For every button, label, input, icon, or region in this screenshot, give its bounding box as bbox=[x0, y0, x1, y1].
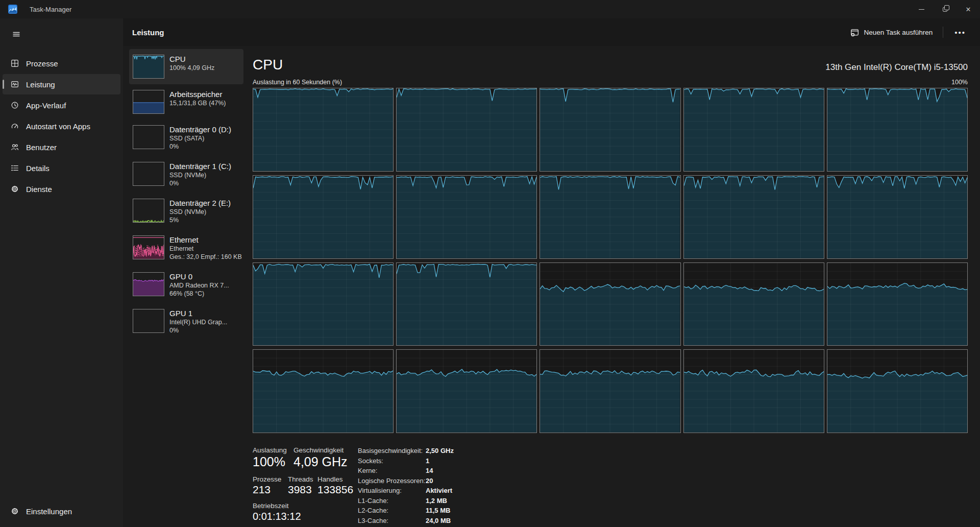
perf-item-detail: Ethernet bbox=[169, 245, 239, 253]
perf-item-disk0[interactable]: Datenträger 0 (D:)SSD (SATA)0% bbox=[129, 119, 243, 156]
content-area: Leistung Neuen Task ausführen ••• bbox=[123, 18, 980, 527]
app-title: Task-Manager bbox=[30, 6, 71, 13]
detail-l3-cache-label: L3-Cache: bbox=[358, 516, 426, 526]
perf-item-ethernet[interactable]: EthernetEthernetGes.: 32,0 Empf.: 160 KB bbox=[129, 230, 243, 267]
stat-threads-value: 3983 bbox=[288, 484, 317, 496]
perf-item-detail: 15,1/31,8 GB (47%) bbox=[169, 99, 226, 107]
sidebar-item-prozesse[interactable]: Prozesse bbox=[3, 53, 120, 74]
sidebar-item-leistung[interactable]: Leistung bbox=[3, 74, 120, 94]
perf-item-thumbnail-graph bbox=[133, 199, 164, 223]
hamburger-icon bbox=[12, 30, 20, 38]
more-options-button[interactable]: ••• bbox=[948, 25, 972, 40]
restore-icon bbox=[943, 7, 947, 12]
sidebar-item-autostart-von-apps[interactable]: Autostart von Apps bbox=[3, 116, 120, 136]
stat-betriebszeit-value: 0:01:13:12 bbox=[253, 511, 348, 522]
detail-logische-prozessoren-value: 20 bbox=[426, 476, 454, 486]
header-divider bbox=[943, 27, 943, 38]
sidebar-item-details[interactable]: Details bbox=[3, 158, 120, 178]
perf-item-gpu0[interactable]: GPU 0AMD Radeon RX 7...66% (58 °C) bbox=[129, 267, 243, 303]
sidebar-item-label: Prozesse bbox=[26, 59, 58, 68]
detail-virtualisierung-value: Aktiviert bbox=[426, 486, 454, 496]
perf-item-detail: 0% bbox=[169, 326, 227, 334]
users-icon bbox=[11, 143, 19, 151]
cpu-model-name: 13th Gen Intel(R) Core(TM) i5-13500 bbox=[825, 62, 968, 73]
detail-virtualisierung-label: Virtualisierung: bbox=[358, 486, 426, 496]
perf-item-thumbnail-graph bbox=[133, 162, 164, 186]
performance-page: CPU100% 4,09 GHzArbeitsspeicher15,1/31,8… bbox=[123, 46, 980, 527]
startup-icon bbox=[11, 122, 19, 130]
perf-item-cpu[interactable]: CPU100% 4,09 GHz bbox=[129, 49, 243, 84]
cpu-core-graph-16 bbox=[253, 349, 394, 433]
perf-item-thumbnail-graph bbox=[133, 272, 164, 296]
detail-l3-cache-value: 24,0 MB bbox=[426, 516, 454, 526]
cpu-core-graph-14 bbox=[683, 262, 824, 346]
minimize-button[interactable] bbox=[910, 0, 933, 18]
stat-prozesse-label: Prozesse bbox=[253, 475, 288, 483]
cpu-panel-title: CPU bbox=[253, 57, 283, 73]
settings-icon bbox=[11, 507, 19, 515]
close-button[interactable]: ✕ bbox=[957, 0, 980, 18]
perf-item-detail: SSD (NVMe) bbox=[169, 208, 231, 216]
sidebar-item-label: Dienste bbox=[26, 185, 52, 194]
perf-item-title: Ethernet bbox=[169, 235, 239, 245]
run-new-task-label: Neuen Task ausführen bbox=[864, 29, 933, 36]
perf-item-detail: 0% bbox=[169, 142, 231, 151]
detail-kerne-label: Kerne: bbox=[358, 466, 426, 476]
stat-auslastung-value: 100% bbox=[253, 454, 293, 469]
sidebar-item-dienste[interactable]: Dienste bbox=[3, 179, 120, 199]
sidebar-item-label: App-Verlauf bbox=[26, 101, 66, 110]
perf-item-detail: Ges.: 32,0 Empf.: 160 KB bbox=[169, 253, 239, 261]
detail-l2-cache-value: 11,5 MB bbox=[426, 506, 454, 516]
stat-auslastung-label: Auslastung bbox=[253, 446, 293, 454]
sidebar-item-label: Details bbox=[26, 164, 50, 173]
run-new-task-button[interactable]: Neuen Task ausführen bbox=[845, 25, 938, 40]
sidebar-item-label: Autostart von Apps bbox=[26, 122, 90, 131]
perf-item-detail: 100% 4,09 GHz bbox=[169, 64, 214, 72]
cpu-core-graph-20 bbox=[827, 349, 968, 433]
cpu-core-graph-15 bbox=[827, 262, 968, 346]
cpu-core-graph-grid[interactable] bbox=[253, 88, 968, 433]
cpu-core-graph-13 bbox=[540, 262, 680, 346]
cpu-core-graph-7 bbox=[396, 175, 537, 259]
services-icon bbox=[11, 185, 19, 193]
titlebar: Task-Manager ✕ bbox=[0, 0, 980, 18]
detail-sockets-label: Sockets: bbox=[358, 457, 426, 466]
stat-auslastung: Auslastung100% bbox=[253, 446, 293, 469]
perf-item-title: Arbeitsspeicher bbox=[169, 90, 226, 99]
stat-prozesse: Prozesse213 bbox=[253, 475, 288, 496]
ellipsis-icon: ••• bbox=[954, 28, 966, 37]
perf-item-detail: SSD (NVMe) bbox=[169, 171, 231, 179]
perf-item-memory[interactable]: Arbeitsspeicher15,1/31,8 GB (47%) bbox=[129, 84, 243, 119]
detail-sockets-value: 1 bbox=[426, 457, 454, 466]
perf-item-title: Datenträger 0 (D:) bbox=[169, 125, 231, 134]
cpu-core-graph-18 bbox=[540, 349, 680, 433]
detail-logische-prozessoren-label: Logische Prozessoren: bbox=[358, 476, 426, 486]
window-controls: ✕ bbox=[910, 0, 980, 18]
perf-item-gpu1[interactable]: GPU 1Intel(R) UHD Grap...0% bbox=[129, 303, 243, 340]
detail-l1-cache-label: L1-Cache: bbox=[358, 496, 426, 506]
page-title: Leistung bbox=[132, 28, 164, 37]
perf-item-title: GPU 1 bbox=[169, 309, 227, 318]
cpu-core-graph-8 bbox=[540, 175, 680, 259]
cpu-core-graph-12 bbox=[396, 262, 537, 346]
graph-axis-label: Auslastung in 60 Sekunden (%) bbox=[253, 79, 342, 86]
minimize-icon bbox=[919, 9, 924, 10]
sidebar-item-app-verlauf[interactable]: App-Verlauf bbox=[3, 95, 120, 115]
stat-betriebszeit: Betriebszeit0:01:13:12 bbox=[253, 502, 348, 522]
sidebar-item-einstellungen[interactable]: Einstellungen bbox=[3, 501, 120, 521]
perf-item-detail: SSD (SATA) bbox=[169, 134, 231, 142]
cpu-panel: CPU 13th Gen Intel(R) Core(TM) i5-13500 … bbox=[243, 49, 968, 527]
cpu-core-graph-6 bbox=[253, 175, 394, 259]
sidebar-item-benutzer[interactable]: Benutzer bbox=[3, 137, 120, 157]
task-manager-window: Task-Manager ✕ ProzesseLeistungApp-Verla… bbox=[0, 0, 980, 527]
restore-button[interactable] bbox=[933, 0, 957, 18]
menu-toggle-button[interactable] bbox=[7, 26, 26, 43]
sidebar-item-label: Einstellungen bbox=[26, 507, 72, 516]
perf-item-title: CPU bbox=[169, 55, 214, 64]
cpu-core-graph-1 bbox=[253, 88, 394, 172]
stat-geschwindigkeit-value: 4,09 GHz bbox=[293, 454, 348, 469]
detail-l1-cache-value: 1,2 MB bbox=[426, 496, 454, 506]
perf-item-disk2[interactable]: Datenträger 2 (E:)SSD (NVMe)5% bbox=[129, 193, 243, 230]
new-task-icon bbox=[850, 28, 859, 37]
perf-item-disk1[interactable]: Datenträger 1 (C:)SSD (NVMe)0% bbox=[129, 156, 243, 193]
